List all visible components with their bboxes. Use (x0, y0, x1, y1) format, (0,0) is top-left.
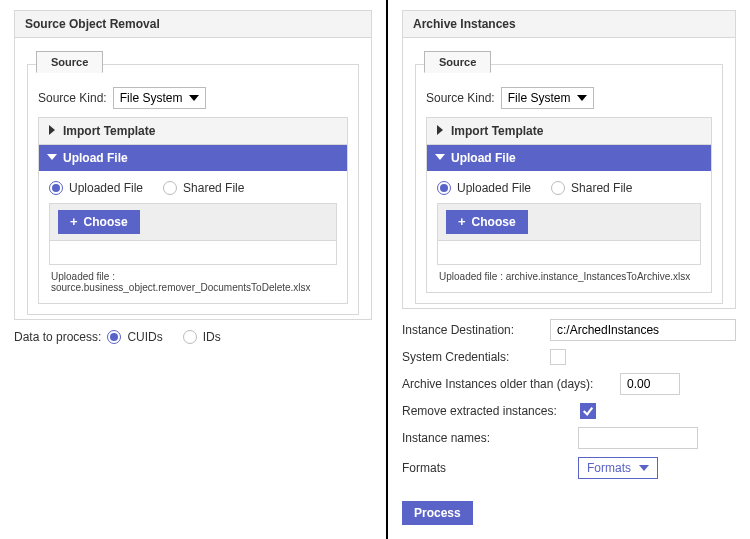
chevron-right-icon (47, 124, 57, 138)
panel-body: Source Source Kind: File System Import T… (14, 38, 372, 320)
source-kind-row: Source Kind: File System (426, 87, 712, 109)
accordion-import-template[interactable]: Import Template (426, 117, 712, 145)
panel-body: Source Source Kind: File System Import T… (402, 38, 736, 309)
instance-destination-input[interactable] (550, 319, 736, 341)
radio-shared-file[interactable]: Shared File (551, 181, 632, 195)
older-than-input[interactable] (620, 373, 680, 395)
accordion-upload-file[interactable]: Upload File Uploaded File Shared File (38, 145, 348, 304)
source-kind-label: Source Kind: (426, 91, 495, 105)
radio-cuids[interactable]: CUIDs (107, 330, 162, 344)
chevron-down-icon (47, 151, 57, 165)
chevron-down-icon (639, 463, 649, 473)
system-credentials-checkbox[interactable] (550, 349, 566, 365)
panel-title: Source Object Removal (14, 10, 372, 38)
instance-names-input[interactable] (578, 427, 698, 449)
source-tabbox: Source Source Kind: File System Import T… (27, 64, 359, 315)
accordion-import-label: Import Template (63, 124, 155, 138)
radio-dot-icon (551, 181, 565, 195)
formats-dropdown[interactable]: Formats (578, 457, 658, 479)
file-source-radios: Uploaded File Shared File (49, 181, 337, 195)
source-kind-select[interactable]: File System (501, 87, 594, 109)
radio-dot-icon (163, 181, 177, 195)
file-drop-slot[interactable] (49, 241, 337, 265)
radio-shared-file[interactable]: Shared File (163, 181, 244, 195)
source-kind-label: Source Kind: (38, 91, 107, 105)
instance-destination-label: Instance Destination: (402, 323, 542, 337)
svg-marker-4 (639, 465, 649, 471)
remove-extracted-checkbox[interactable] (580, 403, 596, 419)
upload-body: Uploaded File Shared File + (427, 171, 711, 292)
svg-marker-3 (435, 154, 445, 160)
older-than-label: Archive Instances older than (days): (402, 377, 612, 391)
upload-body: Uploaded File Shared File + (39, 171, 347, 303)
radio-ids[interactable]: IDs (183, 330, 221, 344)
choose-area: + Choose (437, 203, 701, 265)
remove-extracted-label: Remove extracted instances: (402, 404, 572, 418)
uploaded-file-text: Uploaded file : source.business_object.r… (49, 265, 337, 295)
choose-button[interactable]: + Choose (446, 210, 528, 234)
source-kind-select[interactable]: File System (113, 87, 206, 109)
accordion-import-template[interactable]: Import Template (38, 117, 348, 145)
tab-source[interactable]: Source (424, 51, 491, 73)
radio-dot-icon (437, 181, 451, 195)
radio-dot-icon (107, 330, 121, 344)
data-to-process-label: Data to process: (14, 330, 101, 344)
check-icon (582, 405, 594, 417)
choose-button[interactable]: + Choose (58, 210, 140, 234)
uploaded-file-text: Uploaded file : archive.instance_Instanc… (437, 265, 701, 284)
accordion-upload-file[interactable]: Upload File Uploaded File Shared File (426, 145, 712, 293)
system-credentials-label: System Credentials: (402, 350, 542, 364)
data-to-process-row: Data to process: CUIDs IDs (14, 330, 372, 344)
accordion-upload-label: Upload File (63, 151, 128, 165)
chevron-down-icon (435, 151, 445, 165)
formats-label: Formats (402, 461, 462, 475)
instance-names-label: Instance names: (402, 431, 512, 445)
choose-area: + Choose (49, 203, 337, 265)
chevron-right-icon (435, 124, 445, 138)
radio-uploaded-file[interactable]: Uploaded File (49, 181, 143, 195)
source-tabbox: Source Source Kind: File System Import T… (415, 64, 723, 304)
radio-dot-icon (183, 330, 197, 344)
source-kind-row: Source Kind: File System (38, 87, 348, 109)
process-button[interactable]: Process (402, 501, 473, 525)
file-source-radios: Uploaded File Shared File (437, 181, 701, 195)
accordion-upload-label: Upload File (451, 151, 516, 165)
panel-title: Archive Instances (402, 10, 736, 38)
accordion-import-label: Import Template (451, 124, 543, 138)
archive-settings: Instance Destination: System Credentials… (402, 319, 736, 525)
file-drop-slot[interactable] (437, 241, 701, 265)
svg-marker-1 (47, 154, 57, 160)
radio-dot-icon (49, 181, 63, 195)
radio-uploaded-file[interactable]: Uploaded File (437, 181, 531, 195)
tab-source[interactable]: Source (36, 51, 103, 73)
svg-marker-2 (437, 125, 443, 135)
svg-marker-0 (49, 125, 55, 135)
